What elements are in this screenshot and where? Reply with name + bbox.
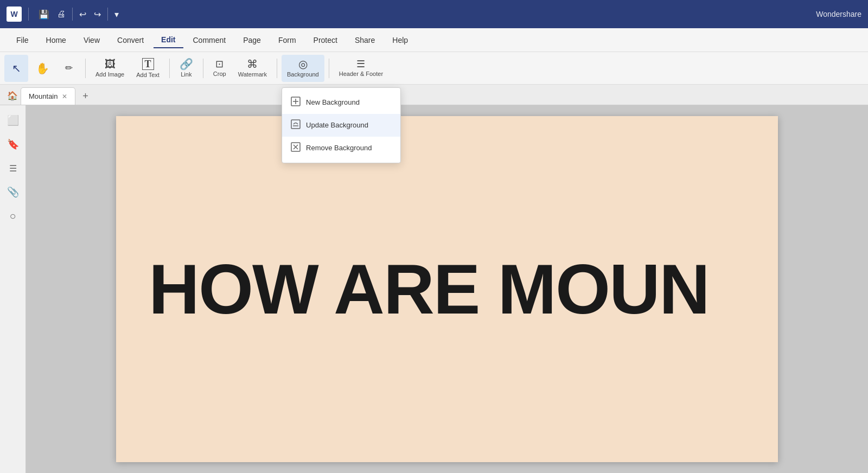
- add-tab-button[interactable]: +: [78, 88, 93, 104]
- quick-access-toolbar: 💾 🖨 ↩ ↪ ▾: [35, 7, 122, 22]
- tab-bar: 🏠 Mountain ✕ +: [0, 85, 868, 105]
- add-image-button[interactable]: 🖼 Add Image: [90, 55, 130, 82]
- tab-label: Mountain: [29, 92, 58, 100]
- canvas-area: HOW ARE MOUN: [26, 105, 868, 473]
- link-label: Link: [181, 71, 192, 78]
- remove-background-item[interactable]: Remove Background: [282, 137, 400, 159]
- menu-home[interactable]: Home: [39, 33, 74, 48]
- customize-button[interactable]: ▾: [111, 7, 122, 22]
- toolbar-sep-5: [329, 59, 329, 78]
- update-bg-icon: [291, 119, 301, 131]
- sidebar-comments-button[interactable]: ☰: [3, 158, 23, 178]
- crop-label: Crop: [213, 71, 226, 77]
- toolbar: ↖ ✋ ✏ 🖼 Add Image T Add Text 🔗 Link ⊡ Cr…: [0, 52, 868, 85]
- background-dropdown: New Background Update Background: [282, 87, 401, 163]
- hand-tool-button[interactable]: ✋: [29, 55, 56, 82]
- link-icon: 🔗: [180, 59, 193, 69]
- menu-form[interactable]: Form: [271, 33, 304, 48]
- remove-background-label: Remove Background: [306, 144, 372, 152]
- left-sidebar: ⬜ 🔖 ☰ 📎 ○: [0, 105, 26, 473]
- update-background-label: Update Background: [306, 121, 368, 129]
- sidebar-attachments-button[interactable]: 📎: [3, 182, 23, 202]
- background-button[interactable]: ◎ Background New Background: [282, 55, 324, 82]
- menu-protect[interactable]: Protect: [306, 33, 345, 48]
- sidebar-bookmarks-button[interactable]: 🔖: [3, 135, 23, 154]
- print-button[interactable]: 🖨: [54, 7, 69, 21]
- link-button[interactable]: 🔗 Link: [174, 55, 199, 82]
- watermark-icon: ⌘: [247, 59, 258, 69]
- select-tool-button[interactable]: ↖: [4, 55, 28, 82]
- remove-bg-icon: [291, 142, 301, 154]
- title-sep-1: [28, 8, 29, 21]
- toolbar-sep-4: [277, 59, 277, 78]
- toolbar-sep-2: [169, 59, 170, 78]
- header-footer-label: Header & Footer: [339, 71, 383, 77]
- mountain-tab[interactable]: Mountain ✕: [21, 87, 75, 105]
- tab-close-button[interactable]: ✕: [62, 93, 67, 100]
- document-page: HOW ARE MOUN: [116, 116, 778, 462]
- redo-button[interactable]: ↪: [91, 7, 104, 22]
- menu-comment[interactable]: Comment: [186, 33, 234, 48]
- menu-bar: File Home View Convert Edit Comment Page…: [0, 28, 868, 52]
- home-tab-icon[interactable]: 🏠: [4, 87, 21, 104]
- add-text-button[interactable]: T Add Text: [131, 55, 165, 82]
- menu-view[interactable]: View: [76, 33, 107, 48]
- crop-button[interactable]: ⊡ Crop: [208, 55, 232, 82]
- app-logo: W: [7, 7, 22, 22]
- new-background-item[interactable]: New Background: [282, 91, 400, 114]
- header-footer-icon: ☰: [356, 59, 365, 69]
- background-label: Background: [287, 71, 319, 78]
- edit-tool-button[interactable]: ✏: [57, 55, 81, 82]
- header-footer-button[interactable]: ☰ Header & Footer: [334, 55, 388, 82]
- menu-convert[interactable]: Convert: [110, 33, 151, 48]
- new-bg-icon: [291, 97, 301, 108]
- update-background-item[interactable]: Update Background: [282, 114, 400, 137]
- menu-help[interactable]: Help: [385, 33, 416, 48]
- toolbar-sep-1: [85, 59, 86, 78]
- crop-icon: ⊡: [215, 59, 224, 69]
- undo-button[interactable]: ↩: [76, 7, 90, 22]
- add-image-label: Add Image: [95, 71, 124, 78]
- save-button[interactable]: 💾: [35, 7, 53, 22]
- document-content: HOW ARE MOUN: [116, 254, 709, 324]
- edit-icon: ✏: [65, 63, 73, 73]
- title-sep-2: [72, 8, 73, 21]
- sidebar-search-button[interactable]: ○: [3, 206, 23, 226]
- watermark-label: Watermark: [238, 71, 267, 78]
- app-title: Wondershare: [816, 10, 861, 18]
- toolbar-sep-3: [203, 59, 203, 78]
- add-text-label: Add Text: [136, 72, 159, 78]
- add-text-icon: T: [142, 58, 154, 70]
- new-background-label: New Background: [306, 98, 360, 106]
- title-sep-3: [107, 8, 108, 21]
- add-image-icon: 🖼: [105, 59, 116, 69]
- select-icon: ↖: [12, 63, 21, 74]
- menu-edit[interactable]: Edit: [154, 32, 183, 48]
- watermark-button[interactable]: ⌘ Watermark: [233, 55, 272, 82]
- title-bar: W 💾 🖨 ↩ ↪ ▾ Wondershare: [0, 0, 868, 28]
- main-area: ⬜ 🔖 ☰ 📎 ○ HOW ARE MOUN: [0, 105, 868, 473]
- hand-icon: ✋: [36, 63, 49, 74]
- menu-file[interactable]: File: [9, 33, 36, 48]
- menu-page[interactable]: Page: [235, 33, 269, 48]
- svg-rect-3: [291, 120, 300, 129]
- menu-share[interactable]: Share: [347, 33, 382, 48]
- sidebar-pages-button[interactable]: ⬜: [3, 111, 23, 130]
- background-icon: ◎: [298, 59, 308, 69]
